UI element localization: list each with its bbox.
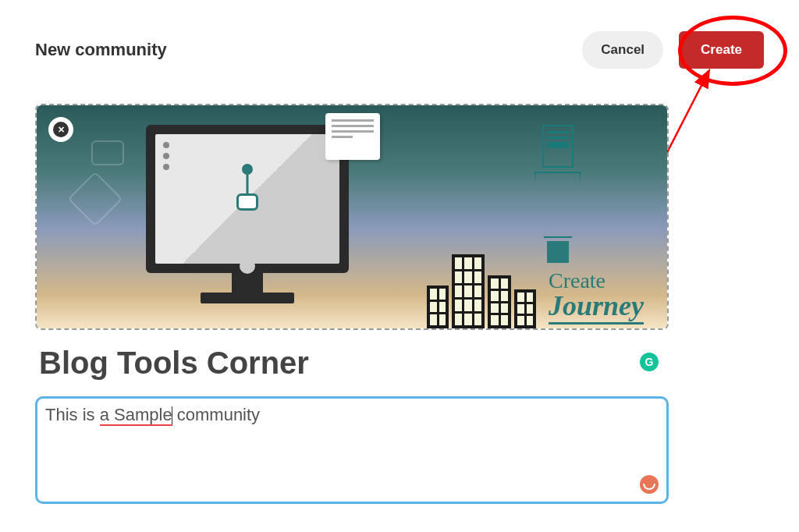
cover-image-area[interactable]: Create Journey bbox=[35, 104, 669, 330]
description-text-part1: This is bbox=[45, 405, 100, 424]
cancel-button[interactable]: Cancel bbox=[582, 31, 663, 69]
monitor-graphic bbox=[146, 125, 349, 304]
decorative-outline bbox=[68, 172, 123, 227]
header: New community Cancel Create bbox=[35, 31, 764, 69]
description-input[interactable]: This is a Sample community bbox=[35, 396, 669, 504]
grammarly-icon[interactable]: G bbox=[640, 353, 659, 371]
cover-text-line2: Journey bbox=[549, 289, 644, 325]
description-spellcheck-word: a Sample bbox=[100, 405, 172, 426]
cover-illustration: Create Journey bbox=[37, 105, 667, 328]
form-graphic bbox=[542, 125, 574, 168]
page-title: New community bbox=[35, 40, 167, 60]
smile-icon[interactable] bbox=[640, 475, 659, 494]
action-buttons: Cancel Create bbox=[582, 31, 764, 69]
create-button[interactable]: Create bbox=[679, 31, 764, 69]
balloon-graphic bbox=[534, 172, 581, 263]
paper-graphic bbox=[325, 113, 380, 160]
remove-cover-button[interactable] bbox=[48, 117, 73, 142]
cover-text: Create Journey bbox=[549, 268, 644, 325]
decorative-outline bbox=[91, 140, 124, 165]
buildings-graphic bbox=[427, 254, 536, 328]
description-text-part2: community bbox=[172, 405, 260, 424]
